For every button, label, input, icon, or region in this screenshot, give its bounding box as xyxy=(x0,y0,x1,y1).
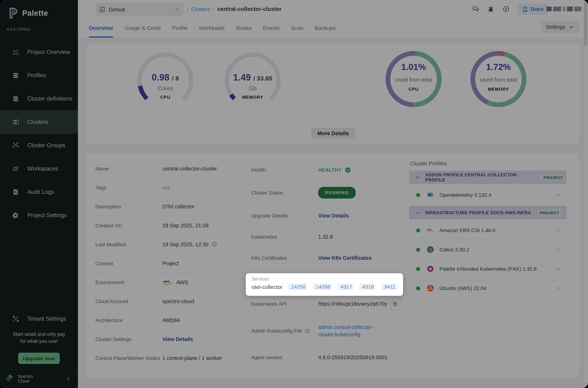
project-selector[interactable]: Default xyxy=(95,3,183,16)
layers-icon xyxy=(12,72,19,79)
server-rack-icon xyxy=(12,118,19,126)
orbit-icon xyxy=(12,165,19,172)
detail-row-created-on: Created On18 Sep 2025, 21:09 xyxy=(95,216,243,235)
detail-label: Tags xyxy=(95,185,106,190)
bug-report-icon[interactable] xyxy=(487,5,494,13)
more-details-button[interactable]: More Details xyxy=(311,127,355,139)
service-port-link[interactable]: :9411 xyxy=(381,283,397,290)
detail-row-kubernetes-api: Kubernetes APIhttps://ni9ozje18ivwoy2ah7… xyxy=(251,293,401,315)
tab-overview[interactable]: Overview xyxy=(89,18,113,38)
health-status: HEALTHY xyxy=(318,167,342,172)
tab-workloads[interactable]: Workloads xyxy=(199,18,225,38)
view-details-link[interactable]: View Details xyxy=(318,213,349,218)
detail-value: 1 control-plane / 1 worker xyxy=(162,355,222,361)
sidebar-item-tenant-settings[interactable]: Tenant Settings xyxy=(0,307,78,330)
service-port-link[interactable]: :14268 xyxy=(313,283,332,290)
aws-icon: aws xyxy=(426,226,434,234)
detail-row-cloud-account: Cloud Accountspectro-cloud xyxy=(95,292,243,311)
detail-row-context: ContextProject xyxy=(95,254,243,273)
profile-layer-ubuntu-aws-22-04[interactable]: Ubuntu (AWS) 22.04 xyxy=(409,280,566,296)
detail-value: 1.32.8 xyxy=(318,234,333,240)
upgrade-now-button[interactable]: Upgrade now xyxy=(18,353,60,364)
user-name-redacted[interactable] xyxy=(546,7,581,11)
chat-icon[interactable] xyxy=(472,5,479,13)
view-details-link[interactable]: View K8s Certificates xyxy=(318,255,372,261)
gauge-value: 0.98 xyxy=(152,72,169,82)
detail-label: Cluster Settings xyxy=(95,336,132,342)
topbar-actions: Docs xyxy=(472,0,548,18)
service-port-link[interactable]: :4317 xyxy=(337,283,354,290)
sidebar-item-profiles[interactable]: Profiles xyxy=(0,64,78,87)
main-panel: 0.98 / 8 Cores CPU 1.49 / 33.65 Gb MEMOR… xyxy=(78,38,588,388)
sidebar-item-cluster-definitions[interactable]: Cluster definitions xyxy=(0,87,78,110)
status-dot xyxy=(416,267,420,271)
cluster-status-badge: RUNNING xyxy=(318,187,356,198)
sidebar-menu: Project Overview Profiles Cluster defini… xyxy=(0,40,78,227)
chevron-right-icon xyxy=(556,192,561,198)
view-details-link[interactable]: View Details xyxy=(162,336,193,342)
detail-row-upgrade-details: Upgrade DetailsView Details xyxy=(251,205,401,227)
cluster-profiles-title: Cluster Profiles xyxy=(410,160,447,167)
memory-total-donut: 1.72% Used from total MEMORY xyxy=(468,51,529,107)
profile-layer-opentelemetry-0-132-4[interactable]: Opentelemetry 0.132.4 xyxy=(409,187,566,203)
sidebar-item-label: Tenant Settings xyxy=(27,315,66,322)
scrollbar-thumb[interactable] xyxy=(584,1,587,45)
copy-icon[interactable] xyxy=(390,297,401,310)
brand-name: Palette xyxy=(22,9,48,18)
detail-value: 18 Sep 2025, 21:09 xyxy=(162,222,208,228)
layers-icon xyxy=(12,95,19,102)
sidebar-item-project-overview[interactable]: Project Overview xyxy=(0,40,78,64)
sidebar-item-project-settings[interactable]: Project Settings xyxy=(0,204,78,227)
status-dot xyxy=(416,247,420,252)
detail-label: Name xyxy=(95,166,109,171)
profile-section-title: ADDON PROFILE CENTRAL-COLLECTOR-PROFILE xyxy=(425,172,535,182)
detail-label: Health xyxy=(251,167,266,173)
settings-button[interactable]: Settings xyxy=(541,21,579,33)
kubernetes-api-url: https://ni9ozje18ivwoy2ah70ynx... xyxy=(318,301,387,307)
detail-label: Cluster Status xyxy=(251,190,283,196)
card-divider xyxy=(333,48,334,125)
profile-layer-palette-extended-kubernetes-pxk-1-32-8[interactable]: Palette eXtended Kubernetes (PXK) 1.32.8 xyxy=(409,261,566,277)
detail-row-health: HealthHEALTHY xyxy=(251,159,401,181)
service-port-link[interactable]: :14250 xyxy=(288,283,307,290)
gauge-value: 1.49 xyxy=(233,72,251,82)
aws-icon: aws xyxy=(162,279,173,286)
profile-layer-amazon-ebs-csi-1-46-0[interactable]: aws Amazon EBS CSI 1.46.0 xyxy=(409,222,566,239)
tab-profile[interactable]: Profile xyxy=(172,18,188,38)
gauge-caption: MEMORY xyxy=(225,95,281,100)
detail-value: central-collector-cluster xyxy=(162,166,217,171)
info-icon[interactable] xyxy=(211,242,217,247)
tab-backups[interactable]: Backups xyxy=(315,18,336,38)
compass-icon[interactable] xyxy=(502,5,510,13)
sidebar-item-clusters[interactable]: Clusters xyxy=(0,110,78,134)
detail-row-name: Namecentral-collector-cluster xyxy=(95,159,243,178)
gauge-total: / 33.65 xyxy=(253,75,272,82)
info-icon[interactable] xyxy=(305,328,310,334)
kubeconfig-link[interactable]: admin.central-collector-cluster.kubeconf… xyxy=(318,323,397,338)
chevron-right-icon xyxy=(556,227,561,233)
service-port-link[interactable]: :4318 xyxy=(359,283,376,290)
sidebar-item-audit-logs[interactable]: Audit Logs xyxy=(0,180,78,204)
tab-scan[interactable]: Scan xyxy=(291,18,303,38)
sidebar-item-cluster-groups[interactable]: Cluster Groups xyxy=(0,134,78,157)
breadcrumb-link-clusters[interactable]: Clusters xyxy=(191,6,210,12)
profile-layer-calico-3-30-2[interactable]: Calico 3.30.2 xyxy=(409,241,566,258)
docs-button[interactable]: Docs xyxy=(518,3,548,15)
sidebar-footer: Spectro Cloud xyxy=(0,369,78,388)
memory-usage-gauge: 1.49 / 33.65 Gb MEMORY xyxy=(222,52,284,109)
profile-section-header[interactable]: ADDON PROFILE CENTRAL-COLLECTOR-PROFILE … xyxy=(409,170,566,184)
tab-usage-costs[interactable]: Usage & Costs xyxy=(124,18,161,38)
tab-events[interactable]: Events xyxy=(263,18,280,38)
tab-nodes[interactable]: Nodes xyxy=(236,18,252,38)
sidebar-item-workspaces[interactable]: Workspaces xyxy=(0,157,78,180)
detail-value: 19 Sep 2025, 12:30 xyxy=(162,241,208,247)
tabs: OverviewUsage & CostsProfileWorkloadsNod… xyxy=(89,18,336,38)
profile-layer-name: Calico 3.30.2 xyxy=(439,247,469,252)
profile-section-header[interactable]: INFRASTRUCTURE PROFILE DOCS-AWS-INFRA PR… xyxy=(409,206,566,219)
svg-text:aws: aws xyxy=(163,279,170,283)
sidebar-collapse-button[interactable] xyxy=(66,376,71,382)
chevron-down-icon xyxy=(415,210,420,215)
gauge-unit: Gb xyxy=(225,85,281,92)
sidebar-item-label: Workspaces xyxy=(27,165,58,172)
scrollbar[interactable] xyxy=(583,0,588,388)
